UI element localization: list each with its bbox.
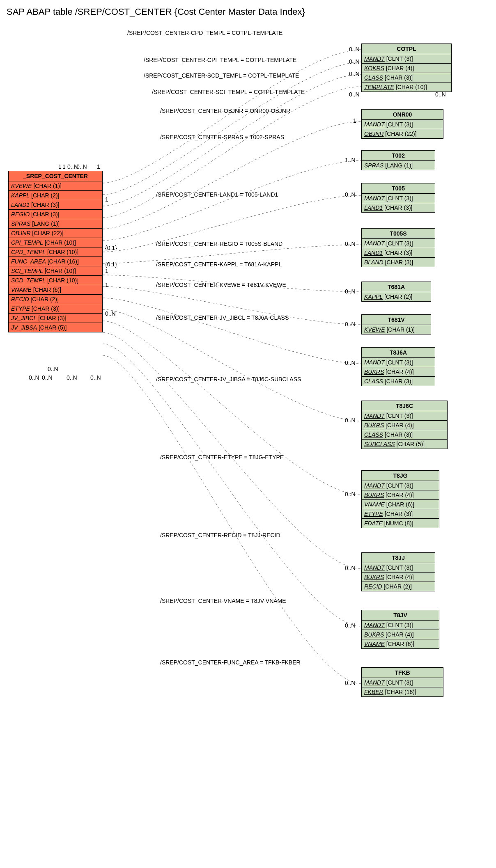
cardinality-label: 0..N — [345, 288, 356, 295]
entity-field: ETYPE [CHAR (3)] — [9, 304, 102, 314]
entity-field: ETYPE [CHAR (3)] — [362, 509, 439, 519]
entity-main: _SREP_COST_CENTERKVEWE [CHAR (1)]KAPPL [… — [8, 171, 103, 332]
cardinality-label: 0..N — [67, 374, 77, 381]
cardinality-label: 1..N — [345, 157, 356, 163]
entity-header: T8J6A — [362, 348, 435, 358]
relationship-edge — [103, 321, 361, 495]
relationship-label: /SREP/COST_CENTER-FUNC_AREA = TFKB-FKBER — [160, 659, 301, 666]
relationship-edge — [103, 62, 361, 195]
entity-field: SCD_TEMPL [CHAR (10)] — [9, 276, 102, 285]
entity-field: REGIO [CHAR (3)] — [9, 210, 102, 219]
entity-cotpl: COTPLMANDT [CLNT (3)]KOKRS [CHAR (4)]CLA… — [361, 44, 452, 92]
diagram-canvas: _SREP_COST_CENTERKVEWE [CHAR (1)]KAPPL [… — [4, 19, 492, 864]
entity-header: T002 — [362, 151, 435, 161]
cardinality-label: 0..N — [345, 565, 356, 571]
entity-field: LAND1 [CHAR (3)] — [362, 248, 435, 258]
relationship-edge — [103, 309, 361, 421]
entity-field: LAND1 [CHAR (3)] — [362, 203, 435, 212]
cardinality-label: 0..N — [349, 91, 360, 98]
cardinality-label: 0..N — [435, 91, 446, 98]
relationship-edge — [103, 355, 361, 684]
entity-field: MANDT [CLNT (3)] — [362, 563, 435, 573]
entity-t005: T005MANDT [CLNT (3)]LAND1 [CHAR (3)] — [361, 183, 435, 213]
entity-field: KVEWE [CHAR (1)] — [9, 181, 102, 191]
entity-header: T8JJ — [362, 553, 435, 563]
cardinality-label: 0..N — [345, 622, 356, 629]
cardinality-label: 0..N — [345, 321, 356, 328]
entity-field: OBJNR [CHAR (22)] — [9, 229, 102, 238]
relationship-label: /SREP/COST_CENTER-VNAME = T8JV-VNAME — [160, 598, 286, 604]
cardinality-label: 0..N — [345, 491, 356, 497]
entity-field: RECID [CHAR (2)] — [9, 295, 102, 304]
cardinality-label: 0..N — [345, 417, 356, 424]
entity-field: CLASS [CHAR (3)] — [362, 377, 435, 386]
entity-field: BUKRS [CHAR (4)] — [362, 573, 435, 582]
relationship-label: /SREP/COST_CENTER-LAND1 = T005-LAND1 — [156, 191, 278, 198]
entity-field: MANDT [CLNT (3)] — [362, 120, 443, 129]
entity-t8jg: T8JGMANDT [CLNT (3)]BUKRS [CHAR (4)]VNAM… — [361, 470, 439, 528]
entity-field: VNAME [CHAR (6)] — [9, 285, 102, 295]
entity-field: FDATE [NUMC (8)] — [362, 519, 439, 528]
relationship-edge — [103, 344, 361, 626]
entity-field: MANDT [CLNT (3)] — [362, 358, 435, 367]
cardinality-label: 1 — [353, 117, 356, 124]
relationship-label: /SREP/COST_CENTER-KVEWE = T681V-KVEWE — [156, 282, 286, 288]
entity-t002: T002SPRAS [LANG (1)] — [361, 150, 435, 170]
cardinality-label: 0..N — [349, 71, 360, 77]
entity-t8j6a: T8J6AMANDT [CLNT (3)]BUKRS [CHAR (4)]CLA… — [361, 347, 435, 386]
cardinality-label: 0..N — [349, 46, 360, 53]
entity-field: OBJNR [CHAR (22)] — [362, 129, 443, 138]
relationship-edge — [103, 160, 361, 240]
entity-t8jj: T8JJMANDT [CLNT (3)]BUKRS [CHAR (4)]RECI… — [361, 552, 435, 591]
cardinality-label: 0..N — [105, 310, 116, 317]
cardinality-label: 0..N — [42, 374, 53, 381]
cardinality-label: {0,1} — [105, 261, 117, 268]
relationship-edge — [103, 298, 361, 364]
page-title: SAP ABAP table /SREP/COST_CENTER {Cost C… — [7, 7, 496, 17]
entity-field: KOKRS [CHAR (4)] — [362, 64, 451, 73]
entity-field: KAPPL [CHAR (2)] — [9, 191, 102, 200]
entity-field: JV_JIBCL [CHAR (3)] — [9, 314, 102, 323]
entity-header: COTPL — [362, 44, 451, 54]
entity-header: T005S — [362, 229, 435, 239]
relationship-label: /SREP/COST_CENTER-CPD_TEMPL = COTPL-TEMP… — [127, 30, 282, 36]
entity-t681v: T681VKVEWE [CHAR (1)] — [361, 314, 431, 334]
entity-header: T8JG — [362, 471, 439, 481]
cardinality-label: 0..N — [345, 191, 356, 198]
entity-tfkb: TFKBMANDT [CLNT (3)]FKBER [CHAR (16)] — [361, 667, 443, 697]
cardinality-label: 1 — [105, 268, 108, 274]
cardinality-label: 0..N — [345, 240, 356, 247]
relationship-label: /SREP/COST_CENTER-OBJNR = ONR00-OBJNR — [160, 108, 290, 114]
entity-field: MANDT [CLNT (3)] — [362, 481, 439, 490]
cardinality-label: 0..N — [76, 163, 87, 170]
entity-t681a: T681AKAPPL [CHAR (2)] — [361, 282, 431, 302]
entity-header: T681A — [362, 282, 431, 292]
entity-field: SPRAS [LANG (1)] — [9, 219, 102, 229]
entity-header: _SREP_COST_CENTER — [9, 171, 102, 181]
relationship-label: /SREP/COST_CENTER-REGIO = T005S-BLAND — [156, 240, 282, 247]
relationship-label: /SREP/COST_CENTER-JV_JIBSA = T8J6C-SUBCL… — [156, 376, 301, 382]
entity-header: ONR00 — [362, 110, 443, 120]
relationship-label: /SREP/COST_CENTER-CPI_TEMPL = COTPL-TEMP… — [144, 57, 296, 63]
entity-field: MANDT [CLNT (3)] — [362, 678, 443, 687]
cardinality-label: 0..N — [345, 360, 356, 366]
entity-field: CPD_TEMPL [CHAR (10)] — [9, 247, 102, 257]
relationship-label: /SREP/COST_CENTER-JV_JIBCL = T8J6A-CLASS — [156, 314, 289, 321]
entity-field: MANDT [CLNT (3)] — [362, 411, 447, 421]
entity-field: MANDT [CLNT (3)] — [362, 239, 435, 248]
entity-field: JV_JIBSA [CHAR (5)] — [9, 323, 102, 332]
cardinality-label: 0..N — [349, 58, 360, 65]
entity-field: RECID [CHAR (2)] — [362, 582, 435, 591]
relationship-label: /SREP/COST_CENTER-SCI_TEMPL = COTPL-TEMP… — [152, 89, 305, 95]
relationship-label: /SREP/COST_CENTER-ETYPE = T8JG-ETYPE — [160, 454, 284, 460]
entity-field: BUKRS [CHAR (4)] — [362, 490, 439, 500]
entity-field: KAPPL [CHAR (2)] — [362, 292, 431, 301]
entity-field: MANDT [CLNT (3)] — [362, 621, 439, 630]
entity-field: FUNC_AREA [CHAR (16)] — [9, 257, 102, 266]
entity-field: FKBER [CHAR (16)] — [362, 687, 443, 696]
entity-t8j6c: T8J6CMANDT [CLNT (3)]BUKRS [CHAR (4)]CLA… — [361, 401, 448, 449]
entity-header: T8JV — [362, 610, 439, 621]
cardinality-label: 1 — [58, 163, 62, 170]
entity-field: LAND1 [CHAR (3)] — [9, 200, 102, 210]
relationship-edge — [103, 50, 361, 183]
